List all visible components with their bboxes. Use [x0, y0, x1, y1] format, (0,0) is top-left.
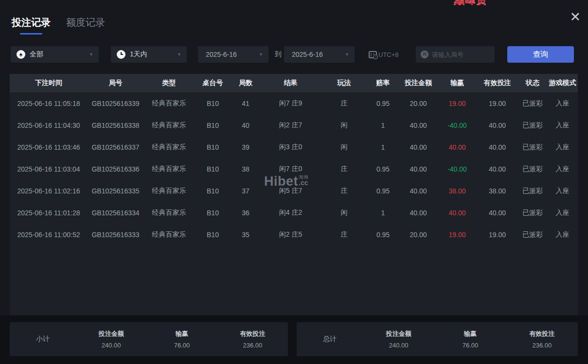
cell-bet-amount: 40.00: [399, 143, 438, 151]
cell-odds: 0.95: [367, 187, 399, 195]
cell-round-no: 41: [231, 100, 260, 107]
cell-win-loss: -40.00: [438, 121, 477, 129]
cell-odds: 1: [367, 143, 399, 151]
col-header-win-loss: 输赢: [438, 79, 477, 87]
cell-odds: 0.95: [367, 231, 399, 239]
cell-round-no: 36: [231, 209, 260, 217]
subtotal-label: 小计: [10, 335, 76, 344]
bet-records-table: 下注时间 局号 类型 桌台号 局数 结果 玩法 赔率 投注金额 输赢 有效投注 …: [10, 74, 578, 315]
tab-bet-records[interactable]: 投注记录: [12, 16, 51, 35]
cell-result: 闲2 庄5: [260, 230, 321, 239]
cell-win-loss: 19.00: [438, 231, 477, 239]
cell-result: 闲4 庄2: [260, 208, 321, 217]
to-label: 到: [272, 46, 284, 63]
cell-result: 闲7 庄9: [260, 99, 321, 108]
table-header-row: 下注时间 局号 类型 桌台号 局数 结果 玩法 赔率 投注金额 输赢 有效投注 …: [10, 74, 578, 92]
cell-odds: 1: [367, 121, 399, 129]
cell-game-mode: 入座: [547, 187, 578, 195]
total-valid-bet: 有效投注 236.00: [506, 329, 578, 349]
subtotal-panel: 小计 投注金额 240.00 输赢 76.00 有效投注 236.00: [10, 322, 288, 356]
cell-table-no: B10: [195, 187, 231, 195]
cell-bet-amount: 40.00: [399, 209, 438, 217]
cell-win-loss: 40.00: [438, 209, 477, 217]
close-icon[interactable]: ✕: [570, 11, 581, 24]
record-tabs: 投注记录 额度记录: [12, 16, 105, 35]
clipped-brand-logo: 巅峰贷: [454, 0, 498, 5]
cell-game-mode: 入座: [547, 121, 578, 130]
cell-status: 已派彩: [518, 165, 547, 173]
chevron-down-icon: ▼: [177, 52, 181, 57]
cell-status: 已派彩: [518, 187, 547, 195]
subtotal-win-loss: 输赢 76.00: [146, 329, 217, 349]
cell-type: 经典百家乐: [143, 165, 195, 173]
cell-type: 经典百家乐: [143, 99, 195, 108]
cell-win-loss: 19.00: [438, 100, 477, 107]
col-header-game-mode: 游戏模式: [547, 79, 578, 87]
cell-play: 庄: [321, 165, 367, 173]
cell-status: 已派彩: [518, 99, 547, 108]
cell-type: 经典百家乐: [143, 230, 195, 239]
cell-game-mode: 入座: [547, 99, 578, 108]
subtotal-valid-bet: 有效投注 236.00: [217, 329, 288, 349]
time-range-select[interactable]: 1天内 ▼: [111, 46, 187, 63]
cell-play: 庄: [321, 187, 367, 195]
cell-status: 已派彩: [518, 121, 547, 130]
cell-bet-time: 2025-06-16 11:00:52: [10, 231, 88, 239]
chevron-down-icon: ▼: [89, 52, 93, 57]
cell-game-mode: 入座: [547, 208, 578, 217]
cell-valid-bet: 19.00: [477, 231, 518, 239]
game-type-value: 全部: [30, 50, 43, 59]
calendar-clock-icon: [369, 51, 377, 58]
date-to-select[interactable]: 2025-6-16 ▼: [284, 46, 355, 63]
chevron-down-icon: ▼: [345, 52, 349, 57]
cell-bet-amount: 20.00: [399, 100, 438, 107]
cell-result: 闲7 庄0: [260, 165, 321, 173]
cell-bet-time: 2025-06-16 11:03:04: [10, 165, 88, 173]
total-bet-amount: 投注金额 240.00: [363, 329, 434, 349]
cell-result: 闲2 庄7: [260, 121, 321, 130]
filter-bar: ♠ 全部 ▼ 1天内 ▼ 2025-6-16 ▼ 到 2025-6-16 ▼ U…: [0, 46, 588, 63]
cell-round-no: 40: [231, 121, 260, 129]
cell-play: 闲: [321, 121, 367, 130]
cell-type: 经典百家乐: [143, 208, 195, 217]
subtotal-bet-amount: 投注金额 240.00: [76, 329, 146, 349]
cell-game-mode: 入座: [547, 165, 578, 173]
tab-quota-records[interactable]: 额度记录: [66, 16, 105, 35]
cell-type: 经典百家乐: [143, 187, 195, 195]
cell-bet-time: 2025-06-16 11:05:18: [10, 100, 88, 107]
game-type-select[interactable]: ♠ 全部 ▼: [11, 46, 99, 63]
col-header-bet-time: 下注时间: [10, 79, 88, 87]
cell-status: 已派彩: [518, 143, 547, 152]
col-header-play: 玩法: [321, 79, 367, 87]
total-panel: 总计 投注金额 240.00 输赢 76.00 有效投注 236.00: [297, 322, 578, 356]
cell-result: 闲3 庄0: [260, 143, 321, 152]
cell-round-no: 39: [231, 143, 260, 151]
cell-play: 庄: [321, 230, 367, 239]
cell-valid-bet: 40.00: [477, 121, 518, 129]
col-header-bet-amount: 投注金额: [399, 79, 438, 87]
cell-play: 闲: [321, 208, 367, 217]
col-header-status: 状态: [518, 79, 547, 87]
spade-icon: ♠: [17, 50, 25, 59]
col-header-round-no: 局数: [231, 79, 260, 87]
cell-result: 闲5 庄7: [260, 187, 321, 195]
cell-valid-bet: 40.00: [477, 209, 518, 217]
date-from-select[interactable]: 2025-6-16 ▼: [198, 46, 268, 63]
cell-win-loss: 38.00: [438, 187, 477, 195]
total-label: 总计: [297, 335, 363, 344]
timezone-indicator: UTC+8: [369, 46, 399, 63]
col-header-round-id: 局号: [88, 79, 143, 87]
date-to-value: 2025-6-16: [292, 51, 323, 58]
date-from-value: 2025-6-16: [206, 51, 237, 58]
round-search-input[interactable]: [432, 51, 488, 58]
table-row: 2025-06-16 11:03:46 GB1025616337 经典百家乐 B…: [10, 136, 578, 158]
cell-round-id: GB1025616337: [88, 143, 143, 151]
total-win-loss: 输赢 76.00: [434, 329, 506, 349]
cell-round-no: 38: [231, 165, 260, 173]
round-id-icon: 局: [421, 51, 428, 58]
table-row: 2025-06-16 11:04:30 GB1025616338 经典百家乐 B…: [10, 114, 578, 136]
cell-bet-amount: 40.00: [399, 165, 438, 173]
cell-round-id: GB1025616338: [88, 121, 143, 129]
query-button[interactable]: 查询: [507, 46, 574, 63]
time-range-value: 1天内: [130, 50, 147, 59]
